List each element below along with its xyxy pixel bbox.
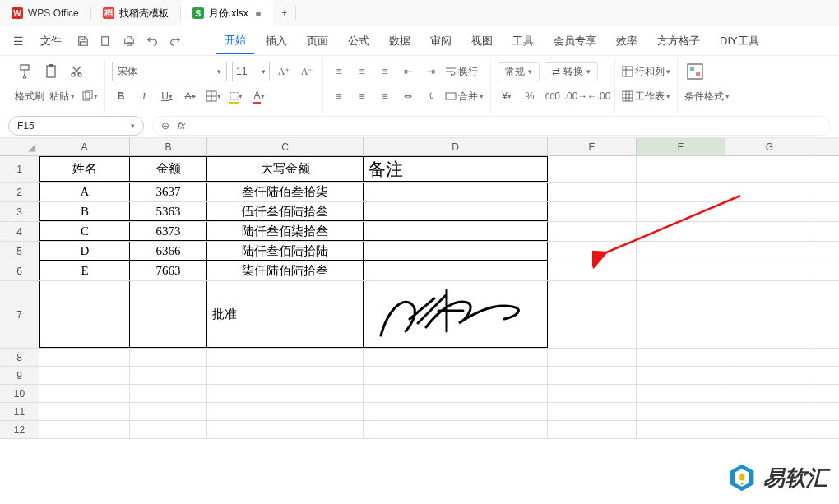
row-header[interactable]: 8 xyxy=(0,349,39,366)
qat-print-icon[interactable] xyxy=(119,31,139,51)
row-header[interactable]: 5 xyxy=(0,242,39,261)
rowcol-button[interactable]: 行和列▾ xyxy=(622,62,670,81)
cell[interactable] xyxy=(725,281,814,348)
row-header[interactable]: 10 xyxy=(0,385,39,402)
cell[interactable] xyxy=(637,385,725,402)
menu-review[interactable]: 审阅 xyxy=(422,29,460,53)
cell[interactable] xyxy=(364,421,548,438)
cell[interactable] xyxy=(364,242,548,261)
formula-bar[interactable]: ⊖ fx xyxy=(152,116,831,136)
align-center-icon[interactable]: ≡ xyxy=(353,87,371,105)
font-color-icon[interactable]: A▾ xyxy=(250,87,268,105)
qat-new-icon[interactable] xyxy=(96,31,116,51)
cell[interactable]: 3637 xyxy=(130,183,207,201)
font-size-select[interactable]: 11▾ xyxy=(232,62,270,81)
add-tab-button[interactable]: + xyxy=(273,7,295,19)
orientation-icon[interactable]: ⤹ xyxy=(422,87,440,105)
cell[interactable] xyxy=(548,242,637,261)
cell[interactable] xyxy=(364,183,548,201)
cell[interactable] xyxy=(207,367,364,384)
row-header[interactable]: 4 xyxy=(0,222,39,241)
align-right-icon[interactable]: ≡ xyxy=(376,87,394,105)
col-header[interactable]: B xyxy=(130,138,207,155)
underline-icon[interactable]: U▾ xyxy=(158,87,176,105)
wrap-button[interactable]: 换行 xyxy=(445,62,478,81)
cell[interactable]: 7663 xyxy=(130,261,207,280)
tab-document[interactable]: S 月份.xlsx ● xyxy=(181,0,273,26)
cell[interactable] xyxy=(39,403,130,420)
cell[interactable]: 5363 xyxy=(130,202,207,221)
row-header[interactable]: 12 xyxy=(0,421,39,438)
menu-page[interactable]: 页面 xyxy=(299,29,336,53)
qat-save-icon[interactable] xyxy=(73,31,93,51)
qat-redo-icon[interactable] xyxy=(165,31,185,51)
menu-start[interactable]: 开始 xyxy=(216,28,254,54)
menu-view[interactable]: 视图 xyxy=(463,29,501,53)
cell[interactable] xyxy=(637,156,725,182)
cell[interactable] xyxy=(725,156,814,182)
cond-fmt-button[interactable]: 条件格式▾ xyxy=(684,86,730,106)
cell[interactable] xyxy=(130,421,207,438)
cell[interactable] xyxy=(39,281,130,348)
format-painter-button[interactable]: 格式刷 xyxy=(15,86,44,106)
qat-undo-icon[interactable] xyxy=(142,31,162,51)
currency-icon[interactable]: ¥▾ xyxy=(498,87,516,105)
number-format-select[interactable]: 常规▾ xyxy=(498,62,540,81)
col-header[interactable]: D xyxy=(364,138,548,155)
cell[interactable] xyxy=(637,202,725,221)
row-header[interactable]: 1 xyxy=(0,156,39,182)
row-header[interactable]: 2 xyxy=(0,183,39,201)
row-header[interactable]: 7 xyxy=(0,281,39,348)
cell[interactable] xyxy=(207,385,364,402)
transform-button[interactable]: ⇄ 转换▾ xyxy=(545,62,598,81)
cell[interactable]: 金额 xyxy=(130,156,207,182)
distribute-h-icon[interactable]: ⇔ xyxy=(399,87,417,105)
row-header[interactable]: 6 xyxy=(0,261,39,280)
cell[interactable] xyxy=(725,242,814,261)
cell[interactable] xyxy=(637,403,725,420)
cell[interactable] xyxy=(548,281,637,348)
fx-icon[interactable]: fx xyxy=(178,120,185,132)
cell[interactable]: C xyxy=(39,222,130,241)
menu-efficiency[interactable]: 效率 xyxy=(608,29,646,53)
cell[interactable] xyxy=(548,156,637,182)
copy-icon[interactable]: ▾ xyxy=(80,87,98,105)
inc-decimal-icon[interactable]: .00→ xyxy=(567,87,585,105)
cell[interactable] xyxy=(364,222,548,241)
cell[interactable]: 6366 xyxy=(130,242,207,261)
cell[interactable]: 批准 xyxy=(207,281,364,348)
cell[interactable] xyxy=(725,403,814,420)
align-middle-icon[interactable]: ≡ xyxy=(353,62,371,81)
cell[interactable]: 叁仟陆佰叁拾柒 xyxy=(207,183,364,201)
cell[interactable]: 柒仟陆佰陆拾叁 xyxy=(207,261,364,280)
cell[interactable] xyxy=(725,349,814,366)
cell[interactable] xyxy=(130,281,207,348)
format-painter-icon[interactable] xyxy=(15,61,36,82)
dec-decimal-icon[interactable]: ←.00 xyxy=(590,87,608,105)
row-header[interactable]: 11 xyxy=(0,403,39,420)
cell[interactable] xyxy=(637,261,725,280)
cell[interactable] xyxy=(548,261,637,280)
cancel-formula-icon[interactable]: ⊖ xyxy=(161,120,169,132)
increase-font-icon[interactable]: A⁺ xyxy=(275,62,293,81)
merge-button[interactable]: 合并▾ xyxy=(445,86,484,106)
cell[interactable]: B xyxy=(39,202,130,221)
cell[interactable]: 大写金额 xyxy=(207,156,364,182)
cell[interactable] xyxy=(637,349,725,366)
decrease-font-icon[interactable]: A⁻ xyxy=(298,62,316,81)
paste-icon[interactable] xyxy=(41,61,63,82)
col-header[interactable]: G xyxy=(725,138,814,155)
cell[interactable] xyxy=(725,421,814,438)
indent-dec-icon[interactable]: ⇤ xyxy=(399,62,417,81)
cell[interactable] xyxy=(39,349,130,366)
cell[interactable] xyxy=(364,202,548,221)
bold-icon[interactable]: B xyxy=(112,87,130,105)
font-name-select[interactable]: 宋体▾ xyxy=(112,62,227,81)
name-box[interactable]: F15▾ xyxy=(8,116,144,136)
cond-fmt-icon[interactable] xyxy=(684,61,706,82)
cell[interactable] xyxy=(637,183,725,201)
menu-diy[interactable]: DIY工具 xyxy=(712,29,767,53)
align-top-icon[interactable]: ≡ xyxy=(330,62,348,81)
cell[interactable] xyxy=(364,261,548,280)
col-header[interactable]: F xyxy=(637,138,725,155)
